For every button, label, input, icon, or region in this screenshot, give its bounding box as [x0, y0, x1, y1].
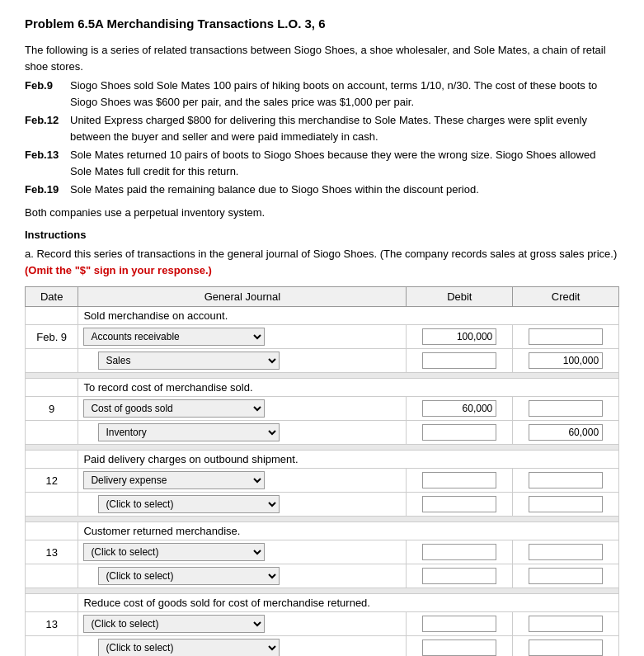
- date-cell-3-0: 13: [26, 540, 78, 564]
- debit-input-0-1[interactable]: [422, 352, 496, 369]
- instruction-a-text: a. Record this series of transactions in…: [25, 246, 619, 278]
- date-cell-0-1: [26, 349, 78, 373]
- debit-input-4-1[interactable]: [422, 639, 496, 656]
- debit-cell-1-0: [407, 397, 513, 421]
- credit-input-1-0[interactable]: [529, 400, 603, 417]
- date-cell-4-0: 13: [26, 612, 78, 636]
- desc-select-2-0[interactable]: (Click to select)Accounts receivableSale…: [83, 471, 265, 489]
- desc-cell-4-1[interactable]: (Click to select)Accounts receivableSale…: [78, 636, 407, 657]
- desc-cell-3-1[interactable]: (Click to select)Accounts receivableSale…: [78, 564, 407, 588]
- debit-cell-3-0[interactable]: [407, 540, 513, 564]
- intro-text-feb9: Siogo Shoes sold Sole Mates 100 pairs of…: [70, 78, 619, 110]
- group-note-3: Customer returned merchandise.: [26, 522, 619, 540]
- date-cell-1-0: 9: [26, 397, 78, 421]
- debit-input-3-1[interactable]: [422, 568, 496, 584]
- table-row: (Click to select)Accounts receivableSale…: [26, 349, 619, 373]
- table-row: 13(Click to select)Accounts receivableSa…: [26, 540, 619, 564]
- group-note-text-3: Customer returned merchandise.: [78, 522, 619, 540]
- desc-cell-2-0[interactable]: (Click to select)Accounts receivableSale…: [78, 469, 407, 493]
- debit-cell-2-1[interactable]: [407, 493, 513, 517]
- debit-cell-2-0[interactable]: [407, 469, 513, 493]
- desc-select-1-1[interactable]: (Click to select)Accounts receivableSale…: [98, 423, 280, 441]
- desc-cell-4-0[interactable]: (Click to select)Accounts receivableSale…: [78, 612, 407, 636]
- credit-input-2-1[interactable]: [529, 496, 603, 512]
- debit-input-2-0[interactable]: [422, 472, 496, 488]
- debit-cell-0-1[interactable]: [407, 349, 513, 373]
- debit-cell-0-0: [407, 325, 513, 349]
- group-note-text-0: Sold merchandise on account.: [78, 307, 619, 325]
- intro-label-feb12: Feb.12: [25, 112, 70, 144]
- credit-input-3-1[interactable]: [529, 568, 603, 584]
- desc-select-4-0[interactable]: (Click to select)Accounts receivableSale…: [83, 615, 265, 633]
- debit-input-3-0[interactable]: [422, 544, 496, 560]
- group-note-0: Sold merchandise on account.: [26, 307, 619, 325]
- desc-cell-1-0[interactable]: (Click to select)Accounts receivableSale…: [78, 397, 407, 421]
- debit-input-4-0[interactable]: [422, 616, 496, 632]
- credit-input-1-1[interactable]: [529, 424, 603, 441]
- date-cell-1-1: [26, 421, 78, 445]
- credit-input-4-1[interactable]: [529, 639, 603, 656]
- header-debit: Debit: [407, 287, 513, 307]
- credit-input-0-1[interactable]: [529, 352, 603, 369]
- credit-cell-4-0[interactable]: [513, 612, 619, 636]
- group-note-text-4: Reduce cost of goods sold for cost of me…: [78, 594, 619, 612]
- intro-item-feb19: Feb.19 Sole Mates paid the remaining bal…: [25, 182, 619, 198]
- desc-select-0-1[interactable]: (Click to select)Accounts receivableSale…: [98, 352, 280, 370]
- desc-select-4-1[interactable]: (Click to select)Accounts receivableSale…: [98, 639, 280, 656]
- intro-text-feb12: United Express charged $800 for deliveri…: [70, 112, 619, 144]
- credit-cell-3-1[interactable]: [513, 564, 619, 588]
- debit-cell-4-0[interactable]: [407, 612, 513, 636]
- desc-cell-0-1[interactable]: (Click to select)Accounts receivableSale…: [78, 349, 407, 373]
- desc-cell-1-1[interactable]: (Click to select)Accounts receivableSale…: [78, 421, 407, 445]
- intro-label-feb13: Feb.13: [25, 147, 70, 179]
- desc-select-3-0[interactable]: (Click to select)Accounts receivableSale…: [83, 543, 265, 561]
- credit-cell-2-1[interactable]: [513, 493, 619, 517]
- group-note-1: To record cost of merchandise sold.: [26, 379, 619, 397]
- intro-text-feb19: Sole Mates paid the remaining balance du…: [70, 182, 619, 198]
- debit-input-2-1[interactable]: [422, 496, 496, 512]
- debit-cell-3-1[interactable]: [407, 564, 513, 588]
- credit-input-4-0[interactable]: [529, 616, 603, 632]
- header-credit: Credit: [513, 287, 619, 307]
- desc-cell-0-0[interactable]: (Click to select)Accounts receivableSale…: [78, 325, 407, 349]
- debit-cell-1-1[interactable]: [407, 421, 513, 445]
- intro-item-feb12: Feb.12 United Express charged $800 for d…: [25, 112, 619, 144]
- journal-table: Date General Journal Debit Credit Sold m…: [25, 286, 619, 656]
- credit-input-2-0[interactable]: [529, 472, 603, 488]
- intro-text-feb13: Sole Mates returned 10 pairs of boots to…: [70, 147, 619, 179]
- group-note-text-2: Paid delivery charges on outbound shipme…: [78, 451, 619, 469]
- credit-cell-0-0[interactable]: [513, 325, 619, 349]
- table-row: Feb. 9(Click to select)Accounts receivab…: [26, 325, 619, 349]
- header-date: Date: [26, 287, 78, 307]
- instructions-label: Instructions: [25, 229, 619, 241]
- intro-item-feb9: Feb.9 Siogo Shoes sold Sole Mates 100 pa…: [25, 78, 619, 110]
- credit-input-3-0[interactable]: [529, 544, 603, 560]
- desc-cell-3-0[interactable]: (Click to select)Accounts receivableSale…: [78, 540, 407, 564]
- date-cell-0-0: Feb. 9: [26, 325, 78, 349]
- instruction-a-main: a. Record this series of transactions in…: [25, 248, 617, 260]
- debit-cell-4-1[interactable]: [407, 636, 513, 657]
- credit-cell-3-0[interactable]: [513, 540, 619, 564]
- table-row: (Click to select)Accounts receivableSale…: [26, 636, 619, 657]
- table-row: 13(Click to select)Accounts receivableSa…: [26, 612, 619, 636]
- desc-select-3-1[interactable]: (Click to select)Accounts receivableSale…: [98, 567, 280, 585]
- debit-input-1-0[interactable]: [422, 400, 496, 417]
- group-note-text-1: To record cost of merchandise sold.: [78, 379, 619, 397]
- desc-select-2-1[interactable]: (Click to select)Accounts receivableSale…: [98, 495, 280, 513]
- credit-input-0-0[interactable]: [529, 328, 603, 345]
- desc-cell-2-1[interactable]: (Click to select)Accounts receivableSale…: [78, 493, 407, 517]
- group-note-4: Reduce cost of goods sold for cost of me…: [26, 594, 619, 612]
- date-cell-2-0: 12: [26, 469, 78, 493]
- credit-cell-2-0[interactable]: [513, 469, 619, 493]
- date-cell-3-1: [26, 564, 78, 588]
- intro-section: The following is a series of related tra…: [25, 42, 619, 220]
- credit-cell-4-1[interactable]: [513, 636, 619, 657]
- page-title: Problem 6.5A Merchandising Transactions …: [25, 17, 619, 31]
- debit-input-1-1[interactable]: [422, 424, 496, 441]
- desc-select-0-0[interactable]: (Click to select)Accounts receivableSale…: [83, 328, 265, 346]
- desc-select-1-0[interactable]: (Click to select)Accounts receivableSale…: [83, 399, 265, 418]
- debit-input-0-0[interactable]: [422, 328, 496, 345]
- credit-cell-1-0[interactable]: [513, 397, 619, 421]
- table-row: 9(Click to select)Accounts receivableSal…: [26, 397, 619, 421]
- table-row: 12(Click to select)Accounts receivableSa…: [26, 469, 619, 493]
